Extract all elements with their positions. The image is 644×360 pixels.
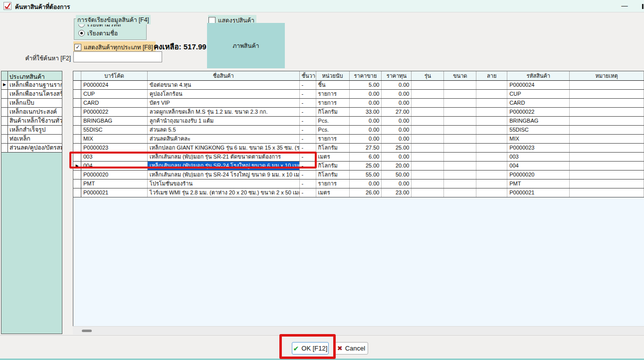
- cell-name: เหล็กเส้นกลม (พับ)มอก รุ่น SR-24 โรงใหญ่…: [148, 171, 300, 179]
- cell-shelf: -: [300, 99, 316, 107]
- cell-note: [570, 180, 644, 188]
- category-item-label: เหล็กเพื่องานโครงสร้าง: [8, 90, 62, 98]
- product-image-placeholder: ภาพสินค้า: [207, 23, 285, 68]
- cell-shelf: -: [300, 188, 316, 197]
- cell-code: CUP: [507, 90, 570, 98]
- minimize-button[interactable]: —: [617, 1, 633, 11]
- cell-price: 5.00: [350, 81, 382, 89]
- category-item[interactable]: สินค้าเหล็กใช้งานทั่วไป: [1, 117, 62, 126]
- cell-name: โปรโมชั่นของร้าน: [148, 180, 300, 188]
- cell-model: [412, 99, 444, 107]
- column-header: ราคาทุน: [382, 71, 412, 80]
- table-row[interactable]: 003เหล็กเส้นกลม (พับ)มอก รุ่น SR-21 ตัดข…: [73, 153, 644, 162]
- window-button-partial: [642, 4, 644, 9]
- cell-name: เหล็กเส้นกลม (พับ)มอก รุ่น SR-24 โรงใหญ่…: [148, 162, 300, 170]
- ok-button[interactable]: ✔ OK [F12]: [292, 342, 329, 355]
- footer-bar: ✔ OK [F12] ✖ Cancel: [0, 335, 644, 359]
- category-item[interactable]: ท่อเหล็ก: [1, 135, 62, 144]
- row-selector: [73, 153, 81, 161]
- titlebar: ค้นหาสินค้าที่ต้องการ —: [0, 0, 644, 12]
- table-row[interactable]: MIXส่วนลดสินค้าคละ-รายการ0.000.00MIX: [73, 135, 644, 144]
- column-header: บาร์โค้ด: [81, 71, 148, 80]
- cell-model: [412, 153, 444, 161]
- cell-barcode: CARD: [81, 99, 148, 107]
- product-table-body: P0000024ข้อต่อขนาด 4.หุน-ชิ้น5.000.00P00…: [73, 81, 644, 197]
- cell-unit: เมตร: [316, 188, 350, 197]
- cell-shelf: -: [300, 108, 316, 116]
- cell-pattern: [476, 90, 507, 98]
- table-row[interactable]: BRINGBAGลูกค้านำถุงมาเองรับ 1 แต้ม-Pcs.0…: [73, 117, 644, 126]
- horizontal-scrollbar[interactable]: [73, 326, 644, 335]
- cell-cost: 0.00: [382, 81, 412, 89]
- cell-cost: 20.00: [382, 162, 412, 170]
- cell-model: [412, 188, 444, 197]
- row-selector: [1, 99, 8, 107]
- category-item[interactable]: เหล็กอเนกประสงค์: [1, 108, 62, 117]
- cell-note: [570, 144, 644, 152]
- category-item[interactable]: ส่วนลด/คูปอง/บัตรสมนาคุณ: [1, 144, 62, 153]
- category-header-label: ประเภทสินค้า: [8, 71, 62, 80]
- table-row[interactable]: P0000021ไวร์เมช WMI รุ่น 2.8 มม. (ตาห่าง…: [73, 188, 644, 197]
- cell-cost: 27.00: [382, 108, 412, 116]
- cell-price: 0.00: [350, 99, 382, 107]
- product-grid: บาร์โค้ดชื่อสินค้าชั้นวางหน่วยนับราคาขาย…: [73, 71, 644, 326]
- cell-size: [444, 108, 476, 116]
- cell-barcode: P0000021: [81, 188, 148, 197]
- row-selector: [73, 108, 81, 116]
- category-item[interactable]: เหล็กสำเร็จรูป: [1, 126, 62, 135]
- cell-size: [444, 162, 476, 170]
- cell-shelf: -: [300, 180, 316, 188]
- cell-pattern: [476, 135, 507, 143]
- cell-cost: 0.00: [382, 99, 412, 107]
- category-item[interactable]: ▶เหล็กเพื่องานฐานราก: [1, 81, 62, 90]
- cell-code: 003: [507, 153, 570, 161]
- table-row[interactable]: P0000020เหล็กเส้นกลม (พับ)มอก รุ่น SR-24…: [73, 171, 644, 180]
- table-row[interactable]: PMTโปรโมชั่นของร้าน-รายการ0.000.00PMT: [73, 180, 644, 188]
- cell-barcode: 55DISC: [81, 126, 148, 134]
- table-row[interactable]: P0000022ลวดผูกเหล็กขดเล็ก M.S รุ่น 1.2 ม…: [73, 108, 644, 117]
- table-row[interactable]: P0000023เหล็กปลอก GIANT KINGKONG รุ่น 6 …: [73, 144, 644, 153]
- cancel-button[interactable]: ✖ Cancel: [334, 342, 368, 355]
- cell-size: [444, 90, 476, 98]
- table-row[interactable]: 55DISCส่วนลด 5.5-Pcs.0.000.0055DISC: [73, 126, 644, 135]
- cell-unit: กิโลกรัม: [316, 162, 350, 170]
- cell-code: PMT: [507, 180, 570, 188]
- cell-note: [570, 188, 644, 197]
- cell-model: [412, 144, 444, 152]
- cell-name: เหล็กปลอก GIANT KINGKONG รุ่น 6 มม. ขนาด…: [148, 144, 300, 152]
- row-selector: [73, 117, 81, 125]
- cell-price: 25.00: [350, 162, 382, 170]
- scrollbar-thumb[interactable]: [82, 330, 92, 332]
- row-selector: [1, 108, 8, 116]
- table-row[interactable]: CUPคูปองโลกร้อน-รายการ0.000.00CUP: [73, 90, 644, 99]
- cell-barcode: 003: [81, 153, 148, 161]
- cell-unit: รายการ: [316, 135, 350, 143]
- cell-unit: เมตร: [316, 153, 350, 161]
- cell-pattern: [476, 180, 507, 188]
- cell-note: [570, 117, 644, 125]
- cell-price: 0.00: [350, 135, 382, 143]
- category-item-label: ท่อเหล็ก: [8, 135, 62, 143]
- table-row[interactable]: P0000024ข้อต่อขนาด 4.หุน-ชิ้น5.000.00P00…: [73, 81, 644, 90]
- table-row[interactable]: ▶004เหล็กเส้นกลม (พับ)มอก รุ่น SR-24 โรง…: [73, 162, 644, 171]
- row-selector: [73, 81, 81, 89]
- cell-pattern: [476, 162, 507, 170]
- cell-code: P0000020: [507, 171, 570, 179]
- cell-price: 0.00: [350, 180, 382, 188]
- cell-barcode: P0000024: [81, 81, 148, 89]
- table-row[interactable]: CARDบัตร VIP-รายการ0.000.00CARD: [73, 99, 644, 108]
- indicator-column-header: [73, 71, 81, 80]
- cell-cost: 0.00: [382, 135, 412, 143]
- search-input[interactable]: [73, 51, 162, 62]
- category-item[interactable]: เหล็กเพื่องานโครงสร้าง: [1, 90, 62, 99]
- cell-size: [444, 117, 476, 125]
- column-header: รหัสสินค้า: [507, 71, 570, 80]
- row-selector: [73, 135, 81, 143]
- category-item[interactable]: เหล็กแป๊บ: [1, 99, 62, 108]
- cell-note: [570, 81, 644, 89]
- row-selector: [73, 126, 81, 134]
- cell-cost: 0.00: [382, 90, 412, 98]
- cell-code: 004: [507, 162, 570, 170]
- cell-model: [412, 117, 444, 125]
- sort-radio-option[interactable]: เรียงตามชื่อ: [78, 29, 146, 37]
